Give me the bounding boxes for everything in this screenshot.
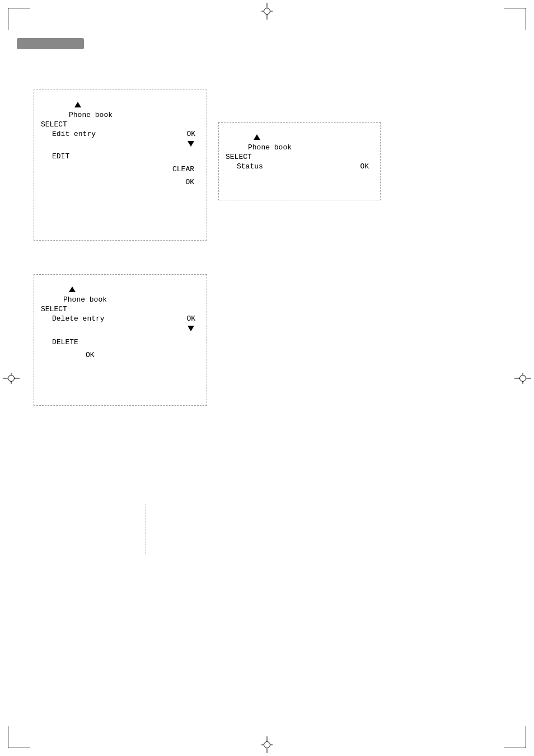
header-bar: [17, 38, 84, 49]
select-label-3: SELECT: [41, 305, 67, 313]
delete-entry-label: Delete entry: [52, 314, 105, 323]
phonebook-status-box: Phone book SELECT Status OK: [218, 122, 381, 200]
delete-action-label: DELETE: [52, 338, 78, 346]
arrow-up-icon-3: [69, 287, 76, 292]
edit-entry-label: Edit entry: [52, 130, 96, 138]
select-label-2: SELECT: [226, 153, 252, 161]
phonebook-label-3: Phone book: [63, 295, 107, 304]
arrow-down-icon-3: [188, 326, 194, 331]
arrow-down-icon-1: [188, 141, 194, 147]
edit-action-label: EDIT: [52, 152, 69, 161]
dashed-vertical-line: [146, 504, 146, 554]
status-label: Status: [237, 162, 263, 171]
ok-label-3: OK: [186, 314, 195, 323]
phonebook-label-1: Phone book: [69, 111, 113, 119]
ok-label-2: OK: [360, 162, 369, 171]
ok-action-label-3: OK: [86, 351, 95, 359]
arrow-up-icon: [74, 102, 81, 107]
phonebook-delete-box: Phone book SELECT Delete entry OK DELETE…: [34, 274, 207, 406]
select-label-1: SELECT: [41, 120, 67, 129]
ok-label-1: OK: [186, 130, 195, 138]
arrow-up-icon-2: [254, 134, 260, 140]
phonebook-edit-box: Phone book SELECT Edit entry OK EDIT CLE…: [34, 90, 207, 241]
phonebook-label-2: Phone book: [248, 143, 292, 152]
clear-action-label: CLEAR: [172, 165, 194, 173]
ok-action-label-1: OK: [185, 178, 194, 186]
